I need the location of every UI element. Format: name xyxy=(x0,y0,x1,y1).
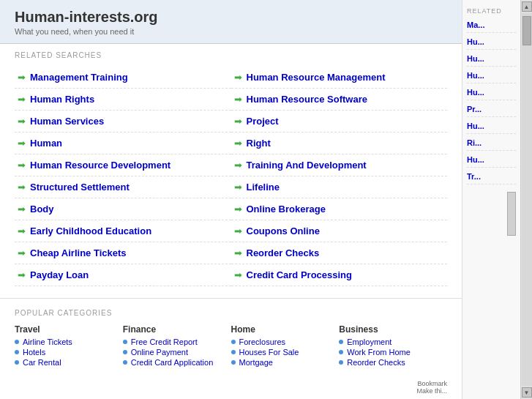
bullet-icon xyxy=(231,340,236,344)
sidebar-link[interactable]: Ma... xyxy=(467,20,516,33)
category-link[interactable]: Reorder Checks xyxy=(347,358,405,367)
category-link[interactable]: Foreclosures xyxy=(239,338,286,346)
arrow-icon: ➡ xyxy=(234,247,242,258)
bullet-icon xyxy=(339,340,343,344)
scroll-down-button[interactable]: ▼ xyxy=(522,387,532,398)
category-link[interactable]: Work From Home xyxy=(347,348,411,357)
list-item: Airline Tickets xyxy=(15,338,116,346)
arrow-icon: ➡ xyxy=(18,182,26,193)
sidebar-link[interactable]: Hu... xyxy=(467,54,516,67)
category-link[interactable]: Hotels xyxy=(23,348,45,357)
category-title: Finance xyxy=(123,324,224,335)
arrow-icon: ➡ xyxy=(234,160,242,171)
arrow-icon: ➡ xyxy=(234,269,242,280)
list-item: ➡ Payday Loan xyxy=(15,264,231,286)
popular-categories-label: POPULAR CATEGORIES xyxy=(15,309,447,317)
arrow-icon: ➡ xyxy=(18,225,26,236)
search-link[interactable]: Human Rights xyxy=(30,94,94,105)
arrow-icon: ➡ xyxy=(18,269,26,280)
list-item: Reorder Checks xyxy=(339,358,440,367)
bullet-icon xyxy=(15,340,19,344)
bullet-icon xyxy=(15,360,19,365)
search-link[interactable]: Reorder Checks xyxy=(247,247,320,258)
search-link[interactable]: Coupons Online xyxy=(247,225,320,236)
arrow-icon: ➡ xyxy=(18,138,26,149)
category-travel: Travel Airline Tickets Hotels Car Rental xyxy=(15,324,123,368)
sidebar-link[interactable]: Hu... xyxy=(467,71,516,83)
vertical-scrollbar[interactable]: ▲ ▼ xyxy=(520,0,532,399)
search-link[interactable]: Right xyxy=(247,138,271,149)
list-item: Mortgage xyxy=(231,358,332,367)
scrollbar-thumb[interactable] xyxy=(507,192,516,236)
category-link[interactable]: Employment xyxy=(347,338,391,346)
arrow-icon: ➡ xyxy=(234,72,242,83)
bullet-icon xyxy=(123,360,127,365)
search-link[interactable]: Structured Settlement xyxy=(30,182,130,193)
list-item: Houses For Sale xyxy=(231,348,332,357)
category-link[interactable]: Online Payment xyxy=(131,348,188,357)
search-link[interactable]: Human Services xyxy=(30,116,104,127)
scroll-thumb[interactable] xyxy=(522,16,531,45)
search-link[interactable]: Lifeline xyxy=(247,182,280,193)
list-item: ➡ Structured Settlement xyxy=(15,176,231,198)
category-link[interactable]: Mortgage xyxy=(239,358,273,367)
bullet-icon xyxy=(231,360,236,365)
search-link[interactable]: Body xyxy=(30,204,54,215)
bookmark-sublabel: Make thi... xyxy=(416,387,447,395)
search-link[interactable]: Payday Loan xyxy=(30,269,89,280)
arrow-icon: ➡ xyxy=(234,138,242,149)
search-link[interactable]: Training And Development xyxy=(247,160,367,171)
category-link[interactable]: Airline Tickets xyxy=(23,338,72,346)
list-item: Car Rental xyxy=(15,358,116,367)
sidebar-link[interactable]: Pr... xyxy=(467,105,516,117)
category-title: Home xyxy=(231,324,332,335)
list-item: ➡ Online Brokerage xyxy=(231,198,448,220)
search-link[interactable]: Human Resource Development xyxy=(30,160,171,171)
category-title: Travel xyxy=(15,324,116,335)
list-item: ➡ Human xyxy=(15,133,231,154)
list-item: ➡ Human Resource Management xyxy=(231,67,448,89)
bullet-icon xyxy=(123,350,127,354)
search-link[interactable]: Project xyxy=(247,116,279,127)
search-grid: ➡ Management Training ➡ Human Resource M… xyxy=(15,67,447,286)
list-item: Foreclosures xyxy=(231,338,332,346)
list-item: Credit Card Application xyxy=(123,358,224,367)
scroll-track xyxy=(522,13,532,386)
search-link[interactable]: Human Resource Management xyxy=(247,72,386,83)
search-link[interactable]: Human xyxy=(30,138,62,149)
bookmark-area: Bookmark Make thi... xyxy=(416,380,447,395)
list-item: ➡ Training And Development xyxy=(231,154,448,176)
category-title: Business xyxy=(339,324,440,335)
sidebar-link[interactable]: Hu... xyxy=(467,155,516,168)
search-link[interactable]: Cheap Airline Tickets xyxy=(30,247,127,258)
site-tagline: What you need, when you need it xyxy=(15,27,447,36)
list-item: ➡ Reorder Checks xyxy=(231,242,448,264)
arrow-icon: ➡ xyxy=(18,116,26,127)
category-link[interactable]: Credit Card Application xyxy=(131,358,214,367)
bullet-icon xyxy=(231,350,236,354)
search-link[interactable]: Human Resource Software xyxy=(247,94,367,105)
right-sidebar: RELATED Ma... Hu... Hu... Hu... Hu... Pr… xyxy=(462,0,520,399)
category-link[interactable]: Car Rental xyxy=(23,358,61,367)
search-link[interactable]: Management Training xyxy=(30,72,128,83)
header: Human-interests.org What you need, when … xyxy=(0,0,462,44)
site-title: Human-interests.org xyxy=(15,9,447,26)
sidebar-link[interactable]: Tr... xyxy=(467,172,516,184)
category-link[interactable]: Houses For Sale xyxy=(239,348,299,357)
list-item: ➡ Project xyxy=(231,111,448,133)
search-link[interactable]: Online Brokerage xyxy=(247,204,326,215)
search-link[interactable]: Early Childhood Education xyxy=(30,225,151,236)
sidebar-link[interactable]: Ri... xyxy=(467,138,516,151)
sidebar-link[interactable]: Hu... xyxy=(467,122,516,134)
search-link[interactable]: Credit Card Processing xyxy=(247,269,353,280)
list-item: ➡ Human Rights xyxy=(15,89,231,111)
list-item: Employment xyxy=(339,338,440,346)
bullet-icon xyxy=(339,350,343,354)
sidebar-link[interactable]: Hu... xyxy=(467,37,516,50)
arrow-icon: ➡ xyxy=(234,116,242,127)
scroll-up-button[interactable]: ▲ xyxy=(522,1,532,12)
sidebar-link[interactable]: Hu... xyxy=(467,88,516,100)
list-item: ➡ Coupons Online xyxy=(231,220,448,242)
bullet-icon xyxy=(15,350,19,354)
category-link[interactable]: Free Credit Report xyxy=(131,338,198,346)
